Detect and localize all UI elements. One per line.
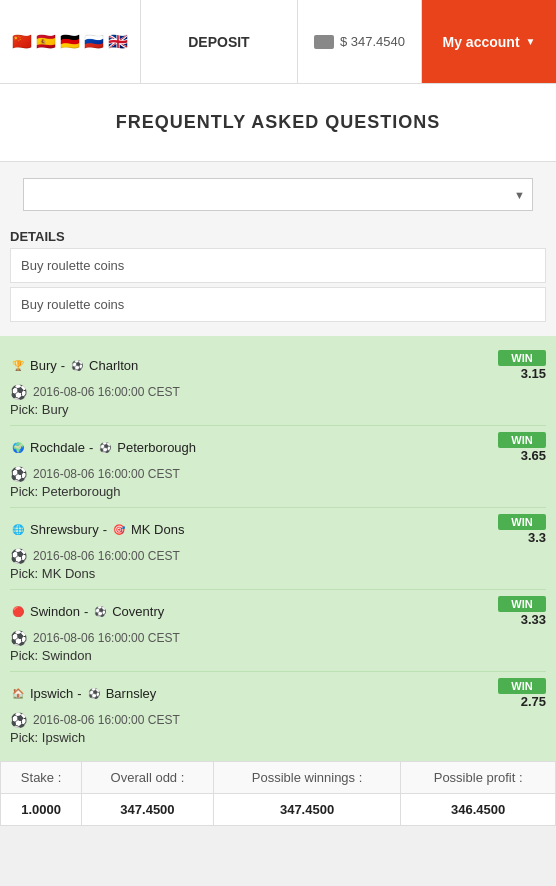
win-area-1: WIN 3.65	[498, 432, 546, 463]
language-flags[interactable]: 🇨🇳 🇪🇸 🇩🇪 🇷🇺 🇬🇧	[0, 0, 141, 83]
team2-name-0: Charlton	[89, 358, 138, 373]
team2-name-1: Peterborough	[117, 440, 196, 455]
dash-2: -	[103, 522, 107, 537]
bet-teams-4: 🏠 Ipswich - ⚽ Barnsley	[10, 686, 156, 702]
bets-container: 🏆 Bury - ⚽ Charlton WIN 3.15 ⚽ 2016-08-0…	[0, 336, 556, 761]
bet-header-3: 🔴 Swindon - ⚽ Coventry WIN 3.33	[10, 596, 546, 627]
soccer-icon-4: ⚽	[10, 712, 27, 728]
stake-value: 1.0000	[1, 794, 82, 826]
team1-name-1: Rochdale	[30, 440, 85, 455]
summary-table: Stake : Overall odd : Possible winnings …	[0, 761, 556, 826]
bet-pick-2: Pick: MK Dons	[10, 566, 546, 581]
pick-value-3: Swindon	[42, 648, 92, 663]
team2-icon-0: ⚽	[69, 358, 85, 374]
team1-name-4: Ipswich	[30, 686, 73, 701]
win-odd-4: 2.75	[521, 694, 546, 709]
dash-4: -	[77, 686, 81, 701]
possible-winnings-header: Possible winnings :	[213, 762, 401, 794]
win-odd-1: 3.65	[521, 448, 546, 463]
soccer-icon-1: ⚽	[10, 466, 27, 482]
bet-item-3: 🔴 Swindon - ⚽ Coventry WIN 3.33 ⚽ 2016-0…	[10, 590, 546, 672]
filter-area: ▼	[0, 162, 556, 219]
team2-name-4: Barnsley	[106, 686, 157, 701]
win-odd-2: 3.3	[528, 530, 546, 545]
bet-header-1: 🌍 Rochdale - ⚽ Peterborough WIN 3.65	[10, 432, 546, 463]
team2-icon-2: 🎯	[111, 522, 127, 538]
team1-icon-0: 🏆	[10, 358, 26, 374]
team1-name-0: Bury	[30, 358, 57, 373]
team1-icon-2: 🌐	[10, 522, 26, 538]
win-badge-4: WIN	[498, 678, 546, 694]
pick-value-0: Bury	[42, 402, 69, 417]
filter-select[interactable]	[23, 178, 533, 211]
flag-ru[interactable]: 🇷🇺	[84, 32, 104, 51]
flag-de[interactable]: 🇩🇪	[60, 32, 80, 51]
win-area-2: WIN 3.3	[498, 514, 546, 545]
soccer-icon-3: ⚽	[10, 630, 27, 646]
bet-pick-3: Pick: Swindon	[10, 648, 546, 663]
faq-title: FREQUENTLY ASKED QUESTIONS	[116, 112, 440, 132]
bet-teams-2: 🌐 Shrewsbury - 🎯 MK Dons	[10, 522, 184, 538]
win-badge-2: WIN	[498, 514, 546, 530]
details-row-2: Buy roulette coins	[10, 287, 546, 322]
pick-label-2: Pick:	[10, 566, 38, 581]
bet-date-text-4: 2016-08-06 16:00:00 CEST	[33, 713, 180, 727]
team1-name-3: Swindon	[30, 604, 80, 619]
dash-3: -	[84, 604, 88, 619]
bet-item-0: 🏆 Bury - ⚽ Charlton WIN 3.15 ⚽ 2016-08-0…	[10, 344, 546, 426]
win-odd-0: 3.15	[521, 366, 546, 381]
bet-date-1: ⚽ 2016-08-06 16:00:00 CEST	[10, 466, 546, 482]
stake-header: Stake :	[1, 762, 82, 794]
win-area-0: WIN 3.15	[498, 350, 546, 381]
bet-pick-0: Pick: Bury	[10, 402, 546, 417]
bet-date-0: ⚽ 2016-08-06 16:00:00 CEST	[10, 384, 546, 400]
deposit-label: DEPOSIT	[188, 34, 249, 50]
bet-teams-0: 🏆 Bury - ⚽ Charlton	[10, 358, 138, 374]
bet-item-1: 🌍 Rochdale - ⚽ Peterborough WIN 3.65 ⚽ 2…	[10, 426, 546, 508]
win-area-3: WIN 3.33	[498, 596, 546, 627]
team1-icon-3: 🔴	[10, 604, 26, 620]
bet-pick-1: Pick: Peterborough	[10, 484, 546, 499]
bet-header-0: 🏆 Bury - ⚽ Charlton WIN 3.15	[10, 350, 546, 381]
win-area-4: WIN 2.75	[498, 678, 546, 709]
bet-item-2: 🌐 Shrewsbury - 🎯 MK Dons WIN 3.3 ⚽ 2016-…	[10, 508, 546, 590]
faq-banner: FREQUENTLY ASKED QUESTIONS	[0, 84, 556, 162]
win-badge-1: WIN	[498, 432, 546, 448]
flag-cn[interactable]: 🇨🇳	[12, 32, 32, 51]
win-badge-0: WIN	[498, 350, 546, 366]
flag-gb[interactable]: 🇬🇧	[108, 32, 128, 51]
win-badge-3: WIN	[498, 596, 546, 612]
details-label: DETAILS	[10, 223, 546, 248]
pick-label-0: Pick:	[10, 402, 38, 417]
pick-value-4: Ipswich	[42, 730, 85, 745]
pick-label-3: Pick:	[10, 648, 38, 663]
pick-value-2: MK Dons	[42, 566, 95, 581]
wallet-icon	[314, 35, 334, 49]
overall-odd-header: Overall odd :	[82, 762, 214, 794]
pick-label-1: Pick:	[10, 484, 38, 499]
team1-name-2: Shrewsbury	[30, 522, 99, 537]
bet-date-text-2: 2016-08-06 16:00:00 CEST	[33, 549, 180, 563]
possible-profit-header: Possible profit :	[401, 762, 556, 794]
dash-1: -	[89, 440, 93, 455]
flag-es[interactable]: 🇪🇸	[36, 32, 56, 51]
bet-header-2: 🌐 Shrewsbury - 🎯 MK Dons WIN 3.3	[10, 514, 546, 545]
my-account-button[interactable]: My account ▼	[422, 0, 556, 83]
account-caret-icon: ▼	[526, 36, 536, 47]
win-odd-3: 3.33	[521, 612, 546, 627]
bet-date-2: ⚽ 2016-08-06 16:00:00 CEST	[10, 548, 546, 564]
bet-teams-3: 🔴 Swindon - ⚽ Coventry	[10, 604, 164, 620]
team2-icon-1: ⚽	[97, 440, 113, 456]
team2-icon-3: ⚽	[92, 604, 108, 620]
dash-0: -	[61, 358, 65, 373]
overall-odd-value: 347.4500	[82, 794, 214, 826]
filter-select-wrap: ▼	[23, 178, 533, 211]
bet-date-text-1: 2016-08-06 16:00:00 CEST	[33, 467, 180, 481]
team1-icon-1: 🌍	[10, 440, 26, 456]
account-label: My account	[443, 34, 520, 50]
soccer-icon-0: ⚽	[10, 384, 27, 400]
bet-pick-4: Pick: Ipswich	[10, 730, 546, 745]
pick-label-4: Pick:	[10, 730, 38, 745]
bet-date-text-0: 2016-08-06 16:00:00 CEST	[33, 385, 180, 399]
deposit-button[interactable]: DEPOSIT	[141, 0, 298, 83]
